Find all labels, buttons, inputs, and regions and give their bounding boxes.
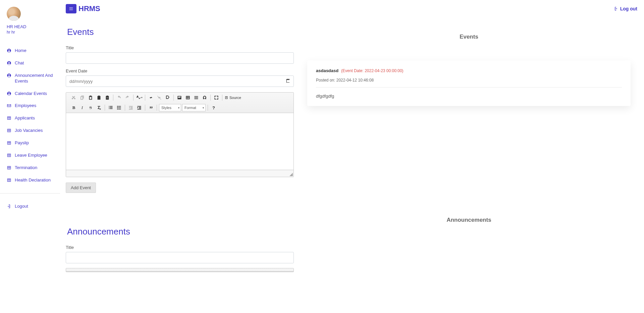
- events-list-heading: Events: [307, 34, 631, 40]
- copy-icon[interactable]: [78, 94, 86, 101]
- announcements-heading: Announcements: [66, 226, 294, 237]
- undo-icon[interactable]: [115, 94, 123, 101]
- rich-text-editor: ▾: [66, 92, 294, 177]
- strike-button[interactable]: S: [87, 104, 94, 111]
- indent-icon[interactable]: [136, 104, 143, 111]
- outdent-icon[interactable]: [127, 104, 135, 111]
- maximize-icon[interactable]: [213, 94, 220, 101]
- paste-word-icon[interactable]: [104, 94, 111, 101]
- rich-text-editor-2: [66, 268, 294, 272]
- sidebar-item-label: Home: [15, 48, 26, 54]
- source-label: Source: [229, 96, 241, 100]
- event-card: asdasdasd (Event Date: 2022-04-23 00:00:…: [307, 60, 631, 106]
- event-posted: Posted on: 2022-04-12 10:46:08: [316, 78, 622, 88]
- sidebar-item-label: Chat: [15, 60, 24, 66]
- sidebar-item-label: Logout: [15, 204, 28, 209]
- editor-toolbar-2: [66, 268, 293, 272]
- sidebar-item-label: Health Declaration: [15, 177, 51, 183]
- events-heading: Events: [66, 27, 294, 37]
- italic-button[interactable]: I: [78, 104, 86, 111]
- sidebar-logout[interactable]: Logout: [7, 200, 60, 213]
- special-char-icon[interactable]: [201, 94, 208, 101]
- grid-icon: [7, 153, 11, 158]
- grid-icon: [7, 128, 11, 133]
- anchor-icon[interactable]: [164, 94, 171, 101]
- logout-icon: [613, 6, 618, 11]
- date-label: Event Date: [66, 68, 294, 73]
- sidebar-item-label: Leave Employee: [15, 153, 47, 158]
- grid-icon: [7, 116, 11, 120]
- styles-select[interactable]: Styles: [159, 104, 181, 111]
- sidebar-item-calendar[interactable]: Calendar Events: [7, 88, 60, 100]
- hamburger-button[interactable]: [66, 4, 76, 13]
- spellcheck-icon[interactable]: ▾: [136, 94, 143, 101]
- source-button[interactable]: Source: [222, 95, 243, 100]
- sidebar-item-employees[interactable]: Employees: [7, 100, 60, 112]
- event-date-tag: (Event Date: 2022-04-23 00:00:00): [341, 68, 403, 73]
- main-scroll[interactable]: HRMS Log out Events Title Event Date: [60, 0, 644, 313]
- sidebar-item-vacancies[interactable]: Job Vacancies: [7, 124, 60, 137]
- event-date-input[interactable]: [66, 75, 294, 87]
- redo-icon[interactable]: [124, 94, 131, 101]
- nav-divider: [0, 193, 60, 194]
- sidebar-item-label: Termination: [15, 165, 37, 171]
- grid-icon: [7, 165, 11, 170]
- avatar[interactable]: [7, 7, 21, 21]
- sidebar-item-leave[interactable]: Leave Employee: [7, 149, 60, 162]
- event-name: asdasdasd: [316, 68, 338, 73]
- paste-text-icon[interactable]: [95, 94, 103, 101]
- event-body: dfgdfgdfg: [316, 94, 622, 99]
- event-title-input[interactable]: [66, 52, 294, 64]
- sidebar-item-health[interactable]: Health Declaration: [7, 174, 60, 187]
- unlink-icon[interactable]: [156, 94, 163, 101]
- nav-list: Home Chat Announcement And Events Calend…: [7, 45, 60, 187]
- sidebar: HR HEAD hr hr Home Chat Announcement And…: [0, 0, 60, 313]
- sidebar-item-announcements[interactable]: Announcement And Events: [7, 69, 60, 88]
- sidebar-item-label: Calendar Events: [15, 91, 47, 97]
- sidebar-item-label: Payslip: [15, 140, 29, 146]
- announcement-title-input[interactable]: [66, 252, 294, 263]
- sidebar-item-termination[interactable]: Termination: [7, 162, 60, 174]
- link-icon[interactable]: [147, 94, 155, 101]
- add-event-button[interactable]: Add Event: [66, 182, 96, 193]
- logout-icon: [7, 204, 11, 209]
- grid-icon: [7, 178, 11, 182]
- app-title: HRMS: [78, 4, 100, 13]
- user-role: HR HEAD: [7, 24, 60, 29]
- format-select[interactable]: Format: [182, 104, 206, 111]
- editor-body[interactable]: [66, 113, 293, 170]
- logout-link[interactable]: Log out: [613, 6, 637, 11]
- table-icon[interactable]: [184, 94, 192, 101]
- sidebar-item-label: Employees: [15, 103, 36, 109]
- logout-label: Log out: [620, 6, 637, 11]
- image-icon[interactable]: [176, 94, 183, 101]
- announcements-list-heading: Announcements: [307, 217, 631, 223]
- paste-icon[interactable]: [87, 94, 94, 101]
- user-circle-icon: [7, 61, 11, 65]
- sidebar-item-label: Job Vacancies: [15, 128, 43, 134]
- hamburger-icon: [68, 6, 74, 11]
- source-icon: [224, 96, 228, 100]
- editor-toolbar: ▾: [66, 93, 293, 113]
- sidebar-item-applicants[interactable]: Applicants: [7, 112, 60, 124]
- user-circle-icon: [7, 73, 11, 78]
- user-circle-icon: [7, 48, 11, 53]
- help-button[interactable]: ?: [210, 104, 217, 111]
- editor-resize-handle[interactable]: [66, 170, 293, 177]
- numbered-list-icon[interactable]: [107, 104, 114, 111]
- sidebar-item-chat[interactable]: Chat: [7, 57, 60, 69]
- blockquote-icon[interactable]: [147, 104, 155, 111]
- remove-format-icon[interactable]: [95, 104, 103, 111]
- sidebar-item-home[interactable]: Home: [7, 45, 60, 57]
- svg-point-2: [117, 109, 118, 109]
- hr-icon[interactable]: [193, 94, 200, 101]
- mail-icon: [7, 103, 11, 108]
- announcement-title-label: Title: [66, 245, 294, 250]
- sidebar-item-label: Applicants: [15, 115, 35, 121]
- sidebar-item-label: Announcement And Events: [15, 73, 57, 84]
- bullet-list-icon[interactable]: [115, 104, 123, 111]
- sidebar-item-payslip[interactable]: Payslip: [7, 137, 60, 149]
- topbar: HRMS Log out: [60, 0, 644, 13]
- cut-icon[interactable]: [70, 94, 77, 101]
- bold-button[interactable]: B: [70, 104, 77, 111]
